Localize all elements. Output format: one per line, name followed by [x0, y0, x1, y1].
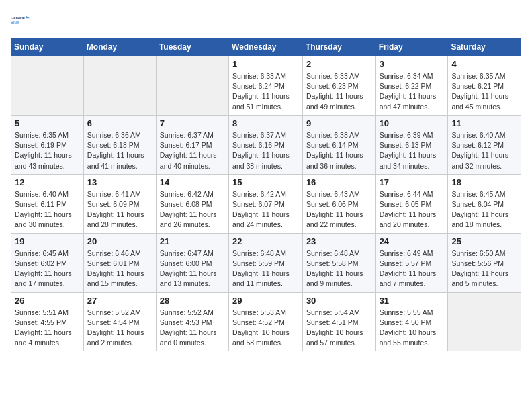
calendar-cell: 21Sunrise: 6:47 AMSunset: 6:00 PMDayligh… [156, 233, 228, 292]
calendar-cell: 30Sunrise: 5:54 AMSunset: 4:51 PMDayligh… [302, 292, 375, 351]
day-info: Sunrise: 6:33 AMSunset: 6:23 PMDaylight:… [306, 71, 372, 112]
svg-text:General: General [11, 16, 25, 20]
day-info: Sunrise: 5:54 AMSunset: 4:51 PMDaylight:… [306, 308, 372, 349]
svg-text:Blue: Blue [11, 20, 19, 24]
page-header: GeneralBlue [11, 11, 521, 30]
calendar-cell: 28Sunrise: 5:52 AMSunset: 4:53 PMDayligh… [156, 292, 228, 351]
day-number: 27 [87, 295, 152, 306]
day-number: 8 [232, 118, 299, 128]
calendar-cell: 14Sunrise: 6:42 AMSunset: 6:08 PMDayligh… [156, 174, 228, 233]
calendar-cell [83, 56, 156, 116]
calendar-cell: 19Sunrise: 6:45 AMSunset: 6:02 PMDayligh… [11, 233, 84, 292]
calendar-header-row: SundayMondayTuesdayWednesdayThursdayFrid… [11, 38, 521, 56]
calendar-cell: 18Sunrise: 6:45 AMSunset: 6:04 PMDayligh… [448, 174, 521, 233]
calendar-cell: 4Sunrise: 6:35 AMSunset: 6:21 PMDaylight… [448, 56, 521, 116]
day-number: 2 [306, 59, 372, 69]
calendar-cell: 7Sunrise: 6:37 AMSunset: 6:17 PMDaylight… [156, 115, 228, 174]
day-info: Sunrise: 6:45 AMSunset: 6:02 PMDaylight:… [15, 248, 80, 289]
day-info: Sunrise: 6:41 AMSunset: 6:09 PMDaylight:… [87, 189, 152, 230]
logo: GeneralBlue [11, 11, 30, 30]
calendar-cell: 9Sunrise: 6:38 AMSunset: 6:14 PMDaylight… [302, 115, 375, 174]
day-number: 6 [87, 118, 152, 128]
day-number: 31 [380, 295, 445, 306]
svg-marker-0 [26, 16, 30, 19]
day-number: 30 [306, 295, 372, 306]
day-number: 18 [451, 177, 517, 187]
day-info: Sunrise: 6:35 AMSunset: 6:19 PMDaylight:… [15, 130, 80, 171]
day-number: 5 [15, 118, 80, 128]
day-number: 28 [160, 295, 225, 306]
day-number: 26 [15, 295, 80, 306]
day-number: 14 [160, 177, 225, 187]
calendar-cell: 17Sunrise: 6:44 AMSunset: 6:05 PMDayligh… [375, 174, 448, 233]
calendar-cell: 22Sunrise: 6:48 AMSunset: 5:59 PMDayligh… [229, 233, 303, 292]
day-number: 12 [15, 177, 80, 187]
day-number: 1 [232, 59, 299, 69]
column-header-monday: Monday [83, 38, 156, 56]
calendar-cell: 23Sunrise: 6:48 AMSunset: 5:58 PMDayligh… [302, 233, 375, 292]
calendar-cell: 29Sunrise: 5:53 AMSunset: 4:52 PMDayligh… [229, 292, 303, 351]
calendar-week-row: 26Sunrise: 5:51 AMSunset: 4:55 PMDayligh… [11, 292, 521, 351]
day-info: Sunrise: 6:48 AMSunset: 5:58 PMDaylight:… [306, 248, 372, 289]
day-number: 7 [160, 118, 225, 128]
calendar-cell: 16Sunrise: 6:43 AMSunset: 6:06 PMDayligh… [302, 174, 375, 233]
calendar-cell: 1Sunrise: 6:33 AMSunset: 6:24 PMDaylight… [229, 56, 303, 116]
calendar-week-row: 19Sunrise: 6:45 AMSunset: 6:02 PMDayligh… [11, 233, 521, 292]
calendar-cell: 25Sunrise: 6:50 AMSunset: 5:56 PMDayligh… [448, 233, 521, 292]
day-number: 20 [87, 236, 152, 246]
day-number: 3 [380, 59, 445, 69]
day-info: Sunrise: 6:48 AMSunset: 5:59 PMDaylight:… [232, 248, 299, 289]
column-header-wednesday: Wednesday [229, 38, 303, 56]
calendar-cell: 6Sunrise: 6:36 AMSunset: 6:18 PMDaylight… [83, 115, 156, 174]
calendar-cell [448, 292, 521, 351]
calendar-cell [156, 56, 228, 116]
calendar-cell: 24Sunrise: 6:49 AMSunset: 5:57 PMDayligh… [375, 233, 448, 292]
calendar-cell [11, 56, 84, 116]
day-info: Sunrise: 6:43 AMSunset: 6:06 PMDaylight:… [306, 189, 372, 230]
calendar-cell: 26Sunrise: 5:51 AMSunset: 4:55 PMDayligh… [11, 292, 84, 351]
day-info: Sunrise: 6:42 AMSunset: 6:07 PMDaylight:… [232, 189, 299, 230]
column-header-tuesday: Tuesday [156, 38, 228, 56]
calendar-week-row: 12Sunrise: 6:40 AMSunset: 6:11 PMDayligh… [11, 174, 521, 233]
calendar-cell: 20Sunrise: 6:46 AMSunset: 6:01 PMDayligh… [83, 233, 156, 292]
day-info: Sunrise: 6:40 AMSunset: 6:12 PMDaylight:… [451, 130, 517, 171]
calendar-cell: 13Sunrise: 6:41 AMSunset: 6:09 PMDayligh… [83, 174, 156, 233]
day-number: 10 [380, 118, 445, 128]
calendar-cell: 11Sunrise: 6:40 AMSunset: 6:12 PMDayligh… [448, 115, 521, 174]
day-info: Sunrise: 5:53 AMSunset: 4:52 PMDaylight:… [232, 308, 299, 349]
day-info: Sunrise: 6:37 AMSunset: 6:17 PMDaylight:… [160, 130, 225, 171]
calendar-cell: 2Sunrise: 6:33 AMSunset: 6:23 PMDaylight… [302, 56, 375, 116]
day-number: 29 [232, 295, 299, 306]
column-header-thursday: Thursday [302, 38, 375, 56]
logo-icon: GeneralBlue [11, 11, 30, 30]
day-number: 17 [380, 177, 445, 187]
day-info: Sunrise: 5:51 AMSunset: 4:55 PMDaylight:… [15, 308, 80, 349]
day-number: 15 [232, 177, 299, 187]
day-info: Sunrise: 6:49 AMSunset: 5:57 PMDaylight:… [380, 248, 445, 289]
calendar-cell: 8Sunrise: 6:37 AMSunset: 6:16 PMDaylight… [229, 115, 303, 174]
day-number: 21 [160, 236, 225, 246]
day-info: Sunrise: 6:38 AMSunset: 6:14 PMDaylight:… [306, 130, 372, 171]
day-info: Sunrise: 6:44 AMSunset: 6:05 PMDaylight:… [380, 189, 445, 230]
day-info: Sunrise: 6:35 AMSunset: 6:21 PMDaylight:… [451, 71, 517, 112]
day-number: 4 [451, 59, 517, 69]
calendar-cell: 10Sunrise: 6:39 AMSunset: 6:13 PMDayligh… [375, 115, 448, 174]
calendar-cell: 12Sunrise: 6:40 AMSunset: 6:11 PMDayligh… [11, 174, 84, 233]
day-info: Sunrise: 5:55 AMSunset: 4:50 PMDaylight:… [380, 308, 445, 349]
column-header-sunday: Sunday [11, 38, 84, 56]
calendar-cell: 31Sunrise: 5:55 AMSunset: 4:50 PMDayligh… [375, 292, 448, 351]
day-number: 13 [87, 177, 152, 187]
day-number: 22 [232, 236, 299, 246]
day-info: Sunrise: 5:52 AMSunset: 4:53 PMDaylight:… [160, 308, 225, 349]
calendar-cell: 3Sunrise: 6:34 AMSunset: 6:22 PMDaylight… [375, 56, 448, 116]
day-info: Sunrise: 6:39 AMSunset: 6:13 PMDaylight:… [380, 130, 445, 171]
calendar-week-row: 1Sunrise: 6:33 AMSunset: 6:24 PMDaylight… [11, 56, 521, 116]
day-info: Sunrise: 6:37 AMSunset: 6:16 PMDaylight:… [232, 130, 299, 171]
day-number: 9 [306, 118, 372, 128]
day-info: Sunrise: 6:46 AMSunset: 6:01 PMDaylight:… [87, 248, 152, 289]
column-header-saturday: Saturday [448, 38, 521, 56]
day-info: Sunrise: 6:40 AMSunset: 6:11 PMDaylight:… [15, 189, 80, 230]
day-info: Sunrise: 5:52 AMSunset: 4:54 PMDaylight:… [87, 308, 152, 349]
column-header-friday: Friday [375, 38, 448, 56]
day-number: 24 [380, 236, 445, 246]
